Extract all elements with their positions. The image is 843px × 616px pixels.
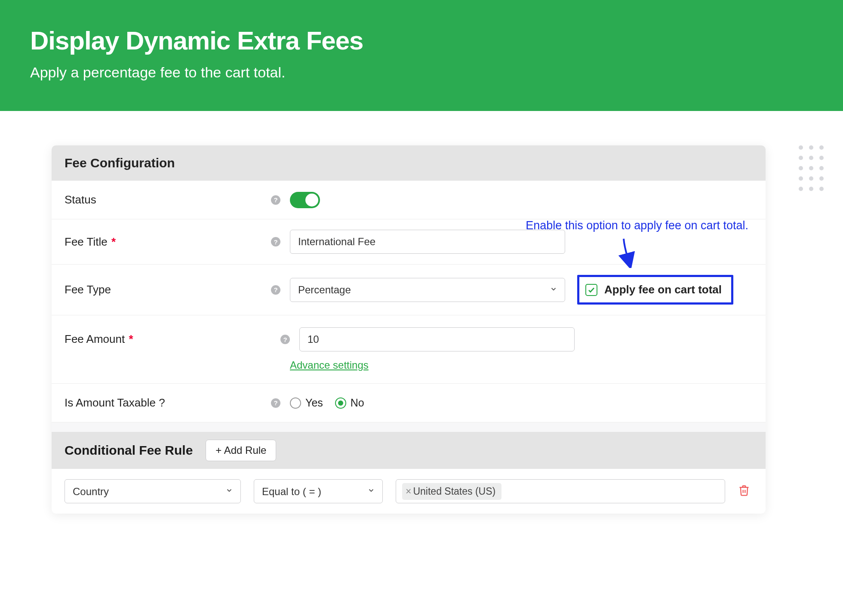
fee-config-header: Fee Configuration	[52, 145, 766, 181]
section-divider	[52, 422, 766, 432]
rule-value-input[interactable]: × United States (US)	[396, 479, 725, 503]
rule-row: Country Equal to ( = ) × United States (…	[52, 469, 766, 514]
taxable-yes-radio[interactable]	[290, 397, 301, 409]
conditional-rule-title: Conditional Fee Rule	[65, 443, 193, 458]
taxable-label: Is Amount Taxable ?	[65, 396, 271, 410]
rule-operator-select[interactable]: Equal to ( = )	[254, 479, 383, 503]
help-icon[interactable]: ?	[271, 285, 280, 295]
status-toggle[interactable]	[290, 192, 320, 208]
taxable-no-label: No	[351, 397, 364, 409]
delete-rule-button[interactable]	[738, 484, 750, 498]
help-icon[interactable]: ?	[271, 398, 280, 408]
row-taxable: Is Amount Taxable ? ? Yes No	[52, 384, 766, 422]
row-status: Status ?	[52, 181, 766, 219]
decorative-dots	[799, 145, 824, 191]
add-rule-button[interactable]: + Add Rule	[206, 440, 276, 461]
fee-amount-input[interactable]	[299, 327, 575, 351]
required-asterisk: *	[108, 235, 116, 248]
fee-type-label: Fee Type	[65, 283, 271, 296]
callout-text: Enable this option to apply fee on cart …	[526, 219, 748, 232]
fee-title-label: Fee Title *	[65, 235, 271, 249]
status-label: Status	[65, 193, 271, 206]
page-subtitle: Apply a percentage fee to the cart total…	[30, 64, 813, 81]
fee-amount-label: Fee Amount *	[65, 327, 271, 346]
tag-remove-icon[interactable]: ×	[406, 486, 411, 497]
rule-value-tag: × United States (US)	[402, 483, 501, 500]
rule-field-select[interactable]: Country	[65, 479, 241, 503]
taxable-no-radio[interactable]	[335, 397, 346, 409]
required-asterisk: *	[126, 333, 133, 345]
conditional-rule-header: Conditional Fee Rule + Add Rule	[52, 432, 766, 469]
apply-fee-cart-total-label: Apply fee on cart total	[604, 283, 722, 296]
apply-fee-cart-total-group: Apply fee on cart total	[577, 275, 733, 305]
help-icon[interactable]: ?	[271, 237, 280, 246]
content: Fee Configuration Status ? Fee Title * ?	[0, 111, 843, 531]
taxable-yes-label: Yes	[305, 397, 323, 409]
apply-fee-cart-total-checkbox[interactable]	[585, 284, 597, 296]
fee-config-title: Fee Configuration	[65, 156, 175, 170]
row-fee-type: Fee Type ? Percentage Apply fee on cart …	[52, 265, 766, 315]
check-icon	[588, 286, 595, 294]
help-icon[interactable]: ?	[271, 195, 280, 205]
row-fee-amount: Fee Amount * ? Advance settings	[52, 315, 766, 384]
rule-value-text: United States (US)	[413, 486, 495, 497]
advance-settings-link[interactable]: Advance settings	[290, 359, 584, 371]
fee-type-select[interactable]: Percentage	[290, 278, 565, 302]
page-header: Display Dynamic Extra Fees Apply a perce…	[0, 0, 843, 111]
callout-arrow-icon	[615, 238, 641, 270]
page-title: Display Dynamic Extra Fees	[30, 26, 813, 55]
toggle-knob	[305, 194, 318, 206]
fee-config-panel: Fee Configuration Status ? Fee Title * ?	[52, 145, 766, 514]
trash-icon	[738, 484, 750, 496]
fee-title-input[interactable]	[290, 230, 565, 254]
help-icon[interactable]: ?	[280, 335, 290, 344]
